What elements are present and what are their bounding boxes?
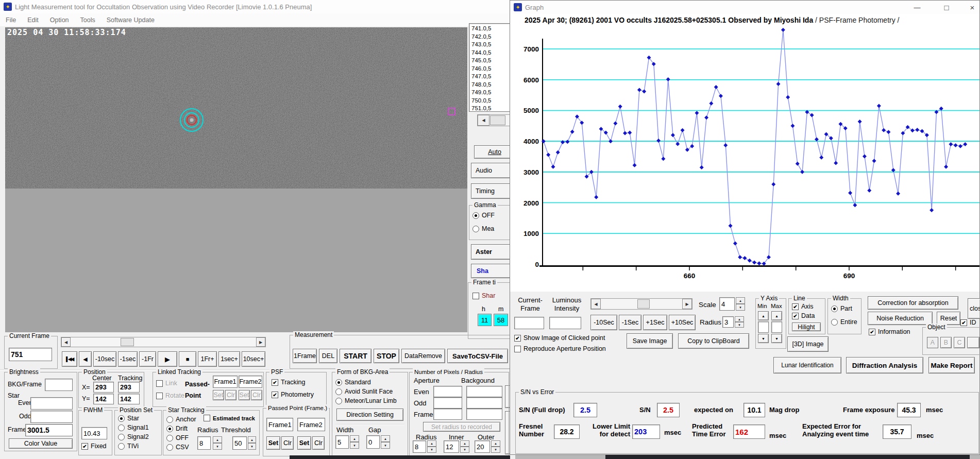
object-b-button[interactable]: B (940, 337, 952, 348)
scroll-left-icon[interactable]: ◀ (591, 299, 601, 309)
even-field[interactable] (30, 397, 73, 410)
drift-radio[interactable]: Drift (166, 425, 188, 432)
aperture-odd-field[interactable] (433, 397, 462, 409)
frame-scrollbar[interactable]: ◀ ▶ (61, 337, 266, 347)
step-back-button[interactable]: ◀ (79, 351, 92, 367)
background-even-field[interactable] (466, 386, 502, 397)
link-checkbox[interactable]: Link (156, 380, 177, 387)
minus-1sec-button[interactable]: -1sec (118, 351, 138, 367)
estimated-track-checkbox[interactable]: Estimated track (204, 415, 255, 421)
anchor-radio[interactable]: Anchor (166, 416, 196, 423)
skip-start-button[interactable]: ▌◀◀ (62, 351, 77, 367)
passed-set1-button[interactable]: Set (266, 436, 280, 450)
linked-clr1-button[interactable]: Clr (225, 390, 236, 400)
gap-field[interactable]: 0 (366, 435, 380, 449)
plus-1sec-button[interactable]: 1sec+ (218, 351, 240, 367)
object-a-button[interactable]: A (927, 337, 938, 348)
linked-set2-button[interactable]: Set (239, 390, 250, 400)
passed-frame2-field[interactable]: Frame2 (297, 418, 325, 431)
ymin-up-button[interactable]: ▲ (758, 311, 769, 320)
correction-absorption-button[interactable]: Correction for absorption (868, 296, 958, 310)
posset-tivi-radio[interactable]: TIVi (118, 443, 139, 450)
radius-field[interactable]: 8 (197, 436, 211, 450)
spin-up-icon[interactable]: ▲ (491, 440, 500, 447)
noise-reduction-button[interactable]: Noise Reduction (868, 312, 933, 325)
graph-radius-spinner[interactable]: ▲▼ (735, 316, 744, 328)
hilight-button[interactable]: Hilight (792, 322, 821, 331)
axis-checkbox[interactable]: ✔Axis (792, 303, 814, 310)
radius-spinner[interactable]: ▲▼ (213, 436, 222, 450)
bkg-frame-field[interactable] (45, 379, 73, 391)
luminous-intensity-field[interactable] (549, 317, 581, 329)
del-button[interactable]: DEL (319, 349, 337, 363)
ymax-up-button[interactable]: ▲ (771, 311, 782, 320)
audio-button[interactable]: Audio (471, 163, 515, 178)
menu-option[interactable]: Option (44, 14, 75, 26)
scroll-right-icon[interactable]: ▶ (682, 299, 692, 309)
start-button[interactable]: START (340, 349, 371, 363)
pixels-radius-spinner[interactable]: ▲▼ (427, 440, 436, 453)
scroll-left-icon[interactable]: ◀ (61, 337, 71, 347)
scrollbar-thumb[interactable] (490, 115, 505, 125)
3d-image-button[interactable]: [3D] Image (787, 336, 829, 352)
one-frame-button[interactable]: 1Frame (293, 349, 317, 363)
background-frame-field[interactable] (466, 409, 502, 420)
ymin-down-button[interactable]: ▼ (758, 334, 769, 343)
spin-down-icon[interactable]: ▼ (460, 447, 469, 453)
spin-down-icon[interactable]: ▼ (248, 443, 256, 450)
close-graph-button[interactable]: clos (968, 298, 980, 319)
video-frame[interactable]: 2025 04 30 11:58:33:174 (5, 27, 467, 189)
spin-up-icon[interactable]: ▲ (460, 440, 469, 447)
meteor-limb-radio[interactable]: Meteor/Lunar Limb (335, 397, 397, 404)
linked-clr2-button[interactable]: Clr (251, 390, 262, 400)
graph-current-frame-field[interactable] (514, 317, 544, 329)
spin-up-icon[interactable]: ▲ (381, 435, 390, 442)
direction-setting-button[interactable]: Direction Setting (336, 409, 403, 421)
graph-scrollbar[interactable]: ◀ ▶ (590, 298, 692, 310)
lower-limit-field[interactable]: 203 (632, 424, 660, 439)
maximize-button[interactable]: □ (939, 2, 954, 12)
rotate-checkbox[interactable]: Rotate (156, 392, 184, 399)
color-value-button[interactable]: Color Value (9, 438, 73, 449)
aperture-even-field[interactable] (433, 386, 462, 397)
center-y-field[interactable]: 142 (93, 394, 114, 404)
sn-full-field[interactable]: 2.5 (573, 403, 597, 417)
spin-down-icon[interactable]: ▼ (213, 443, 222, 450)
passed-frame1-field[interactable]: Frame1 (266, 418, 293, 431)
outer-spinner[interactable]: ▲▼ (491, 440, 500, 453)
object-c-button[interactable]: C (954, 337, 965, 348)
save-image-button[interactable]: Save Image (627, 333, 673, 349)
plus-10sec-graph-button[interactable]: +10Sec (669, 315, 696, 330)
psf-photometry-checkbox[interactable]: ✔Photometry (272, 391, 314, 398)
part-radio[interactable]: Part (831, 305, 852, 312)
csv-radio[interactable]: CSV (166, 444, 189, 451)
information-checkbox[interactable]: ✔Information (869, 328, 910, 335)
sha-button[interactable]: Sha (471, 264, 515, 278)
diffraction-analysis-button[interactable]: Diffraction Analysis (846, 357, 923, 373)
scale-spinner[interactable]: ▲▼ (736, 297, 745, 311)
id-checkbox[interactable]: ✔ID (960, 319, 976, 326)
spin-up-icon[interactable]: ▲ (248, 436, 256, 443)
psf-tracking-checkbox[interactable]: ✔Tracking (272, 379, 305, 386)
linked-frame1-field[interactable]: Frame1 (213, 376, 238, 388)
posset-star-radio[interactable]: Star (118, 415, 139, 422)
spin-down-icon[interactable]: ▼ (381, 442, 390, 449)
fresnel-field[interactable]: 28.2 (554, 424, 580, 439)
width-field[interactable]: 5 (335, 435, 349, 449)
passed-clr2-button[interactable]: Clr (312, 436, 325, 450)
entire-radio[interactable]: Entire (831, 318, 857, 326)
frame-brightness-field[interactable]: 3001.5 (25, 424, 73, 436)
gap-spinner[interactable]: ▲▼ (381, 435, 390, 449)
tracking-x-field[interactable]: 293 (118, 382, 140, 393)
ymax-field[interactable] (771, 321, 782, 333)
stop-measure-button[interactable]: STOP (374, 349, 399, 363)
menu-tools[interactable]: Tools (75, 14, 101, 26)
object-d-button[interactable] (967, 337, 979, 348)
graph-radius-field[interactable]: 3 (722, 316, 734, 328)
passed-set2-button[interactable]: Set (297, 436, 311, 450)
minute-field[interactable]: 58 (494, 314, 508, 326)
current-frame-field[interactable]: 751 (9, 348, 52, 361)
spin-down-icon[interactable]: ▼ (736, 304, 745, 311)
minus-1frame-button[interactable]: -1Fr (139, 351, 156, 367)
scroll-right-icon[interactable]: ▶ (256, 337, 265, 347)
